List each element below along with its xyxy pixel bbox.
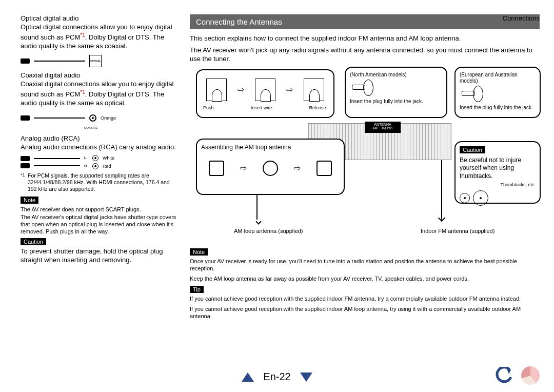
footnote-mark: *1 xyxy=(21,172,25,178)
left-caution-label: Caution xyxy=(21,238,46,245)
step-push: Push. xyxy=(203,105,215,110)
page-number: En-22 xyxy=(263,371,290,383)
coaxial-connector-label: COAXIAL xyxy=(84,126,180,129)
caution-box: Caution Be careful not to injure yoursel… xyxy=(454,141,541,204)
na-models-box: (North American models) Insert the plug … xyxy=(345,67,447,118)
right-tip-1: If you cannot achieve good reception wit… xyxy=(190,295,540,302)
am-loop-box: Assembling the AM loop antenna ⇨ ⇨ xyxy=(196,139,345,195)
arrow-icon: ⇨ xyxy=(294,163,301,173)
coaxial-body: Coaxial digital connections allow you to… xyxy=(21,80,180,108)
rca-l: L xyxy=(84,155,88,160)
right-tip-label: Tip xyxy=(190,286,204,293)
callout-am: AM loop antenna (supplied) xyxy=(234,228,303,234)
intro-2: The AV receiver won't pick up any radio … xyxy=(190,46,540,64)
right-note-1: Once your AV receiver is ready for use, … xyxy=(190,258,540,272)
header-section: Connections xyxy=(503,14,540,22)
callout-fm: Indoor FM antenna (supplied) xyxy=(421,228,494,234)
arrow-icon: ⇨ xyxy=(240,163,247,173)
am-wire-steps-box: ⇨ ⇨ Push. Insert wire. Release. xyxy=(196,69,334,118)
caution-box-text: Be careful not to injure yourself when u… xyxy=(460,156,536,181)
rca-white: White xyxy=(103,155,114,161)
arrow-icon: ⇨ xyxy=(286,85,293,94)
back-icon[interactable] xyxy=(496,367,513,384)
left-caution-text: To prevent shutter damage, hold the opti… xyxy=(21,247,180,265)
optical-cable-illus: OPTICAL xyxy=(21,54,180,68)
caution-box-label: Caution xyxy=(460,146,485,153)
section-banner: Connecting the Antennas xyxy=(190,14,540,29)
thumbtacks-label: Thumbtacks, etc. xyxy=(460,182,536,187)
left-note-label: Note xyxy=(21,197,38,204)
amloop-title: Assembling the AM loop antenna xyxy=(201,144,340,151)
coaxial-sup: *1 xyxy=(80,89,85,95)
panel-antenna-label: ANTENNA xyxy=(374,123,391,126)
coaxial-title: Coaxial digital audio xyxy=(21,71,180,79)
na-insert: Insert the plug fully into the jack. xyxy=(350,99,442,105)
left-column: Optical digital audio Optical digital co… xyxy=(21,14,180,323)
right-column: Connecting the Antennas This section exp… xyxy=(190,14,540,323)
analog-title: Analog audio (RCA) xyxy=(21,134,180,142)
eu-title: (European and Australian models) xyxy=(460,72,536,84)
eu-models-box: (European and Australian models) Insert … xyxy=(454,67,541,118)
na-title: (North American models) xyxy=(350,72,442,78)
optical-sup: *1 xyxy=(80,32,85,38)
analog-body: Analog audio connections (RCA) carry ana… xyxy=(21,143,180,152)
antenna-diagram: ⇨ ⇨ Push. Insert wire. Release. (North A… xyxy=(190,67,540,241)
right-tip-2: If you cannot achieve good reception wit… xyxy=(190,305,540,320)
step-insert: Insert wire. xyxy=(251,105,273,110)
next-page-icon[interactable] xyxy=(300,373,312,382)
optical-title: Optical digital audio xyxy=(21,14,180,22)
coaxial-cable-illus: Orange xyxy=(21,111,180,125)
footnote: *1 For PCM signals, the supported sampli… xyxy=(21,172,180,192)
brand-logo-icon[interactable] xyxy=(521,366,540,385)
left-note-text: The AV receiver does not support SCART p… xyxy=(21,206,180,235)
coaxial-color: Orange xyxy=(101,115,116,121)
intro-1: This section explains how to connect the… xyxy=(190,34,540,43)
analog-cable-illus: LWhite RRed xyxy=(21,155,180,169)
eu-insert: Insert the plug fully into the jack. xyxy=(460,105,536,111)
optical-connector-label: OPTICAL xyxy=(90,60,101,63)
panel-fm: FM 75Ω xyxy=(382,127,393,130)
right-note-label: Note xyxy=(190,248,208,256)
rca-r: R xyxy=(84,164,88,168)
rca-red: Red xyxy=(103,164,111,169)
right-note-2: Keep the AM loop antenna as far away as … xyxy=(190,275,540,282)
panel-am: AM xyxy=(373,127,378,130)
page-nav: En-22 xyxy=(0,371,554,383)
prev-page-icon[interactable] xyxy=(242,373,254,382)
footnote-text: For PCM signals, the supported sampling … xyxy=(28,172,170,192)
optical-body: Optical digital connections allow you to… xyxy=(21,23,180,51)
step-release: Release. xyxy=(309,105,327,110)
arrow-icon: ⇨ xyxy=(238,85,244,94)
